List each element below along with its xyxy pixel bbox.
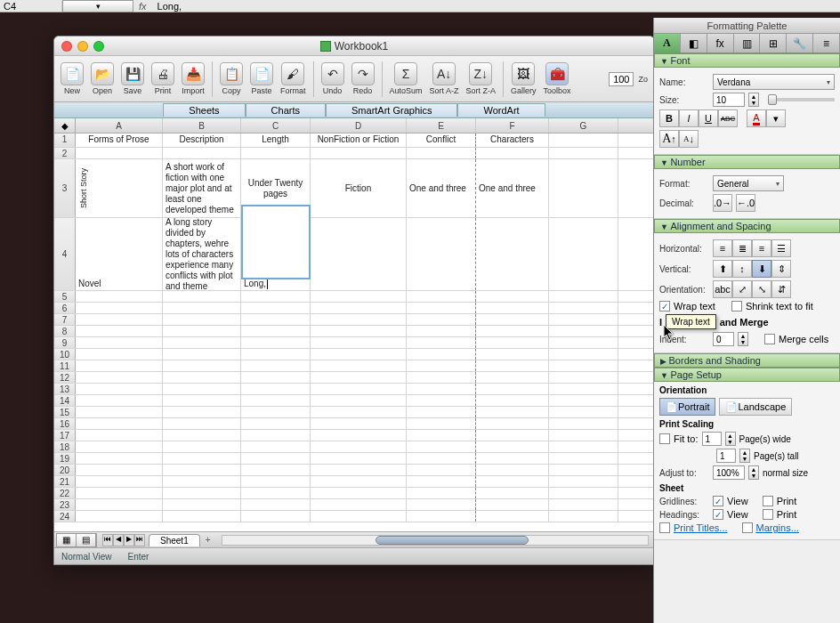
- cell[interactable]: A short work of fiction with one major p…: [163, 159, 241, 217]
- new-button[interactable]: 📄New: [58, 61, 86, 97]
- orient-vertical-button[interactable]: ⇵: [771, 280, 791, 298]
- import-button[interactable]: 📥Import: [179, 61, 207, 97]
- row-header[interactable]: 2: [54, 148, 76, 158]
- cell[interactable]: A long story divided by chapters, wehre …: [163, 218, 241, 290]
- palette-tab-more[interactable]: ≡: [813, 34, 840, 53]
- toolbox-button[interactable]: 🧰Toolbox: [541, 61, 574, 97]
- autosum-button[interactable]: ΣAutoSum: [387, 61, 425, 97]
- align-vjustify-button[interactable]: ⇕: [771, 260, 791, 278]
- cell[interactable]: Forms of Prose: [76, 134, 163, 147]
- number-format-select[interactable]: General: [713, 175, 784, 191]
- col-header-b[interactable]: B: [163, 118, 241, 133]
- cell[interactable]: Novel: [76, 218, 163, 290]
- print-titles-checkbox[interactable]: [659, 522, 670, 533]
- col-header-e[interactable]: E: [407, 118, 476, 133]
- row-header[interactable]: 4: [54, 218, 76, 290]
- print-titles-link[interactable]: Print Titles...: [674, 522, 728, 533]
- col-header-g[interactable]: G: [549, 118, 618, 133]
- align-center-button[interactable]: ≣: [732, 239, 752, 257]
- strikethrough-button[interactable]: ABC: [718, 109, 738, 127]
- align-bottom-button[interactable]: ⬇: [752, 260, 771, 278]
- open-button[interactable]: 📂Open: [88, 61, 117, 97]
- section-font[interactable]: Font: [654, 53, 840, 68]
- last-sheet-button[interactable]: ⏭: [134, 534, 145, 546]
- cell[interactable]: [549, 159, 618, 217]
- scrollbar-thumb[interactable]: [376, 536, 529, 545]
- merge-cells-checkbox[interactable]: [764, 334, 775, 344]
- cell[interactable]: NonFiction or Fiction: [311, 134, 407, 147]
- cell-edit-overlay[interactable]: [241, 205, 311, 279]
- gridlines-print-checkbox[interactable]: [763, 496, 773, 506]
- portrait-button[interactable]: 📄 Portrait: [659, 398, 715, 416]
- adjust-to-stepper[interactable]: ▲▼: [748, 465, 759, 480]
- pages-tall-stepper[interactable]: ▲▼: [739, 449, 750, 463]
- section-number[interactable]: Number: [654, 155, 840, 169]
- cell[interactable]: One and three: [476, 159, 549, 217]
- align-top-button[interactable]: ⬆: [713, 260, 732, 278]
- shrink-font-button[interactable]: A↓: [679, 130, 699, 148]
- name-box[interactable]: C4: [0, 1, 62, 12]
- align-middle-button[interactable]: ↕: [732, 260, 752, 278]
- close-icon[interactable]: [61, 41, 72, 52]
- align-left-button[interactable]: ≡: [713, 239, 732, 257]
- font-size-slider[interactable]: [768, 94, 777, 105]
- highlight-button[interactable]: ▾: [766, 109, 786, 127]
- cell[interactable]: Conflict: [407, 134, 476, 147]
- headings-view-checkbox[interactable]: ✓: [713, 509, 723, 520]
- add-sheet-button[interactable]: +: [200, 535, 216, 545]
- paste-button[interactable]: 📄Paste: [247, 61, 276, 97]
- section-alignment[interactable]: Alignment and Spacing: [654, 219, 840, 233]
- prev-sheet-button[interactable]: ◀: [113, 534, 124, 546]
- fit-to-checkbox[interactable]: [659, 433, 670, 444]
- fx-label[interactable]: fx: [133, 1, 152, 12]
- wrap-text-checkbox[interactable]: ✓: [659, 301, 670, 312]
- increase-decimal-button[interactable]: .0→: [713, 194, 732, 212]
- normal-view-icon[interactable]: ▦: [57, 534, 77, 546]
- palette-tab-format[interactable]: A: [654, 34, 681, 53]
- align-right-button[interactable]: ≡: [752, 239, 771, 257]
- cell[interactable]: Length: [241, 134, 311, 147]
- font-name-select[interactable]: Verdana: [713, 74, 835, 90]
- tab-smartart[interactable]: SmartArt Graphics: [326, 103, 457, 117]
- zoom-icon[interactable]: [93, 41, 104, 52]
- select-all-corner[interactable]: ◆: [54, 118, 76, 133]
- italic-button[interactable]: I: [679, 109, 699, 127]
- pages-wide-input[interactable]: [702, 432, 722, 446]
- row-header[interactable]: 3: [54, 159, 76, 217]
- pages-tall-input[interactable]: [716, 449, 736, 463]
- copy-button[interactable]: 📋Copy: [217, 61, 246, 97]
- cell[interactable]: Short Story: [76, 159, 163, 217]
- section-page-setup[interactable]: Page Setup: [654, 368, 840, 382]
- format-button[interactable]: 🖌Format: [278, 61, 309, 97]
- sheet-tab[interactable]: Sheet1: [149, 534, 200, 546]
- save-button[interactable]: 💾Save: [118, 61, 147, 97]
- decrease-decimal-button[interactable]: ←.0: [736, 194, 755, 212]
- bold-button[interactable]: B: [659, 109, 679, 127]
- spreadsheet-grid[interactable]: ◆ A B C D E F G 1 Forms of Prose Descrip…: [54, 118, 654, 531]
- pages-wide-stepper[interactable]: ▲▼: [725, 432, 736, 446]
- print-button[interactable]: 🖨Print: [149, 61, 177, 97]
- tab-sheets[interactable]: Sheets: [163, 103, 245, 117]
- tab-wordart[interactable]: WordArt: [457, 103, 545, 117]
- align-justify-button[interactable]: ☰: [771, 239, 791, 257]
- indent-stepper[interactable]: ▲▼: [738, 332, 748, 346]
- section-borders[interactable]: Borders and Shading: [654, 353, 840, 368]
- cell[interactable]: Characters: [476, 134, 549, 147]
- palette-tab-tools[interactable]: 🔧: [787, 34, 813, 53]
- gridlines-view-checkbox[interactable]: ✓: [713, 496, 723, 506]
- col-header-c[interactable]: C: [241, 118, 311, 133]
- cell[interactable]: [549, 134, 618, 147]
- orient-angle-up-button[interactable]: ⤢: [732, 280, 752, 298]
- row-header[interactable]: 1: [54, 134, 76, 147]
- font-size-stepper[interactable]: ▲▼: [748, 93, 759, 107]
- palette-tab-data[interactable]: ⊞: [760, 34, 787, 53]
- headings-print-checkbox[interactable]: [763, 509, 773, 520]
- landscape-button[interactable]: 📄 Landscape: [719, 398, 792, 416]
- next-sheet-button[interactable]: ▶: [124, 534, 134, 546]
- horizontal-scrollbar[interactable]: [222, 535, 649, 546]
- orient-angle-down-button[interactable]: ⤡: [752, 280, 771, 298]
- cell[interactable]: One and three: [407, 159, 476, 217]
- col-header-a[interactable]: A: [76, 118, 163, 133]
- formula-value[interactable]: Long,: [152, 1, 188, 12]
- undo-button[interactable]: ↶Undo: [319, 61, 347, 97]
